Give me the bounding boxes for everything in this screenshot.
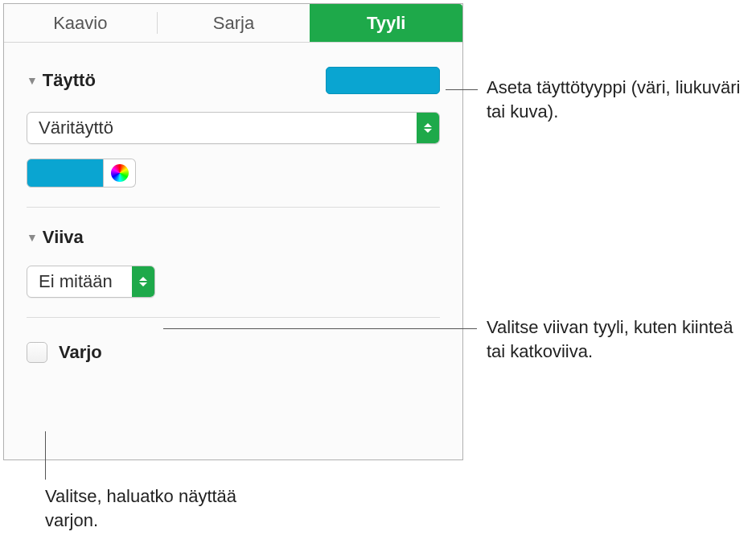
fill-type-select[interactable]: Väritäyttö: [27, 112, 440, 144]
tab-chart[interactable]: Kaavio: [4, 4, 157, 42]
callout-line: [163, 328, 477, 329]
fill-type-row: Väritäyttö: [27, 112, 440, 144]
fill-header: ▼ Täyttö: [27, 43, 440, 94]
shadow-checkbox[interactable]: [27, 342, 47, 363]
line-section: ▼ Viiva Ei mitään: [4, 208, 462, 318]
fill-color-swatch[interactable]: [326, 67, 440, 94]
fill-section: ▼ Täyttö Väritäyttö: [4, 43, 462, 208]
callout-line-style: Valitse viivan tyyli, kuten kiinteä tai …: [487, 315, 752, 363]
select-value: Ei mitään: [27, 271, 113, 292]
section-divider: [27, 317, 440, 318]
shadow-row: Varjo: [27, 342, 440, 363]
color-wheel-icon: [111, 164, 129, 182]
select-value: Väritäyttö: [27, 117, 113, 138]
inspector-tabs: Kaavio Sarja Tyyli: [4, 4, 462, 43]
line-header: ▼ Viiva: [27, 208, 440, 248]
disclosure-arrow-icon: ▼: [27, 74, 38, 87]
callout-fill-type: Aseta täyttötyyppi (väri, liukuväri tai …: [487, 76, 744, 123]
fill-color-controls: [27, 159, 440, 187]
fill-color-well[interactable]: [27, 159, 104, 187]
callout-shadow: Valitse, haluatko näyttää varjon.: [45, 484, 246, 532]
tab-label: Tyyli: [367, 13, 406, 34]
dropdown-stepper-icon: [132, 266, 154, 297]
callout-line: [446, 89, 478, 90]
line-style-select[interactable]: Ei mitään: [27, 266, 155, 298]
tab-label: Sarja: [213, 13, 254, 34]
shadow-label: Varjo: [59, 342, 102, 363]
fill-title: Täyttö: [43, 70, 96, 91]
callout-line: [45, 431, 46, 480]
dropdown-stepper-icon: [417, 113, 439, 143]
shadow-section: Varjo: [4, 342, 462, 363]
tab-series[interactable]: Sarja: [158, 4, 310, 42]
disclosure-arrow-icon: ▼: [27, 231, 38, 244]
style-inspector-panel: Kaavio Sarja Tyyli ▼ Täyttö Väritäyttö: [3, 3, 463, 460]
tab-label: Kaavio: [53, 13, 107, 34]
fill-title-wrap[interactable]: ▼ Täyttö: [27, 70, 96, 91]
color-picker-button[interactable]: [104, 159, 136, 187]
line-title-wrap[interactable]: ▼ Viiva: [27, 227, 84, 248]
line-title: Viiva: [43, 227, 84, 248]
tab-style[interactable]: Tyyli: [310, 4, 462, 42]
